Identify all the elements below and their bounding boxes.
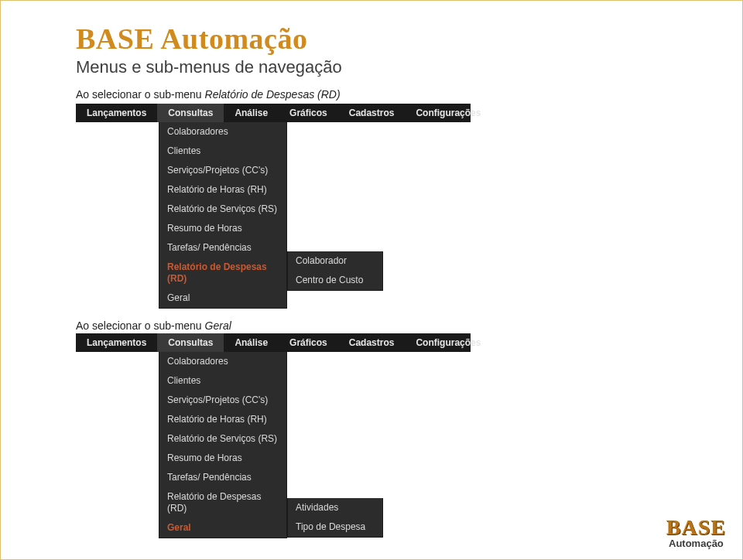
- submenu-resumo-horas[interactable]: Resumo de Horas: [159, 219, 286, 238]
- menubar-1: Lançamentos Consultas Análise Gráficos C…: [76, 104, 471, 122]
- submenu-relatorio-despesas-2[interactable]: Relatório de Despesas (RD): [159, 487, 286, 518]
- menu-cadastros[interactable]: Cadastros: [338, 104, 406, 122]
- menu-lancamentos[interactable]: Lançamentos: [76, 104, 157, 122]
- caption-2: Ao selecionar o sub-menu Geral: [76, 319, 697, 332]
- flyout-geral: Atividades Tipo de Despesa: [287, 498, 383, 538]
- menu-lancamentos-2[interactable]: Lançamentos: [76, 333, 157, 352]
- caption-2-prefix: Ao selecionar o sub-menu: [76, 319, 205, 332]
- page-subtitle: Menus e sub-menus de navegação: [76, 57, 697, 77]
- menu-analise-2[interactable]: Análise: [224, 333, 279, 352]
- logo-bottom: Automação: [666, 538, 726, 549]
- submenu-geral[interactable]: Geral: [159, 289, 286, 308]
- submenu-colaboradores[interactable]: Colaboradores: [159, 122, 286, 142]
- submenu-tarefas-pendencias-2[interactable]: Tarefas/ Pendências: [159, 468, 286, 487]
- page-title: BASE Automação: [76, 22, 697, 56]
- flyout-centro-custo[interactable]: Centro de Custo: [288, 271, 382, 290]
- submenu-resumo-horas-2[interactable]: Resumo de Horas: [159, 449, 286, 468]
- menu-cadastros-2[interactable]: Cadastros: [338, 333, 406, 352]
- dropdown-consultas-1: Colaboradores Clientes Serviços/Projetos…: [159, 122, 287, 309]
- flyout-tipo-despesa[interactable]: Tipo de Despesa: [288, 517, 382, 537]
- menu-consultas[interactable]: Consultas: [157, 104, 224, 122]
- submenu-colaboradores-2[interactable]: Colaboradores: [159, 352, 286, 371]
- submenu-tarefas-pendencias[interactable]: Tarefas/ Pendências: [159, 238, 286, 258]
- menu-graficos[interactable]: Gráficos: [279, 104, 338, 122]
- menu-graficos-2[interactable]: Gráficos: [279, 333, 338, 352]
- footer-logo: BASE Automação: [666, 517, 726, 549]
- slide-content: BASE Automação Menus e sub-menus de nave…: [0, 0, 743, 538]
- dropdown-consultas-2: Colaboradores Clientes Serviços/Projetos…: [159, 352, 287, 538]
- screenshot-1: Lançamentos Consultas Análise Gráficos C…: [76, 104, 471, 309]
- submenu-relatorio-despesas[interactable]: Relatório de Despesas (RD): [159, 258, 286, 289]
- caption-1-prefix: Ao selecionar o sub-menu: [76, 88, 205, 101]
- submenu-clientes[interactable]: Clientes: [159, 142, 286, 161]
- submenu-servicos-projetos[interactable]: Serviços/Projetos (CC's): [159, 161, 286, 180]
- submenu-relatorio-servicos-2[interactable]: Relatório de Serviços (RS): [159, 429, 286, 449]
- logo-top: BASE: [666, 517, 726, 538]
- caption-1-italic: Relatório de Despesas (RD): [205, 88, 341, 101]
- submenu-clientes-2[interactable]: Clientes: [159, 371, 286, 391]
- flyout-rd: Colaborador Centro de Custo: [287, 251, 383, 291]
- caption-1: Ao selecionar o sub-menu Relatório de De…: [76, 88, 697, 101]
- screenshot-2: Lançamentos Consultas Análise Gráficos C…: [76, 333, 471, 538]
- submenu-servicos-projetos-2[interactable]: Serviços/Projetos (CC's): [159, 391, 286, 410]
- submenu-relatorio-horas[interactable]: Relatório de Horas (RH): [159, 180, 286, 200]
- menu-configuracoes-2[interactable]: Configurações: [405, 333, 491, 352]
- menu-configuracoes[interactable]: Configurações: [405, 104, 491, 122]
- flyout-colaborador[interactable]: Colaborador: [288, 251, 382, 271]
- submenu-geral-2[interactable]: Geral: [159, 518, 286, 538]
- submenu-relatorio-horas-2[interactable]: Relatório de Horas (RH): [159, 410, 286, 429]
- submenu-relatorio-servicos[interactable]: Relatório de Serviços (RS): [159, 200, 286, 219]
- flyout-atividades[interactable]: Atividades: [288, 498, 382, 517]
- menu-consultas-2[interactable]: Consultas: [157, 333, 224, 352]
- caption-2-italic: Geral: [205, 319, 231, 332]
- menu-analise[interactable]: Análise: [224, 104, 279, 122]
- menubar-2: Lançamentos Consultas Análise Gráficos C…: [76, 333, 471, 352]
